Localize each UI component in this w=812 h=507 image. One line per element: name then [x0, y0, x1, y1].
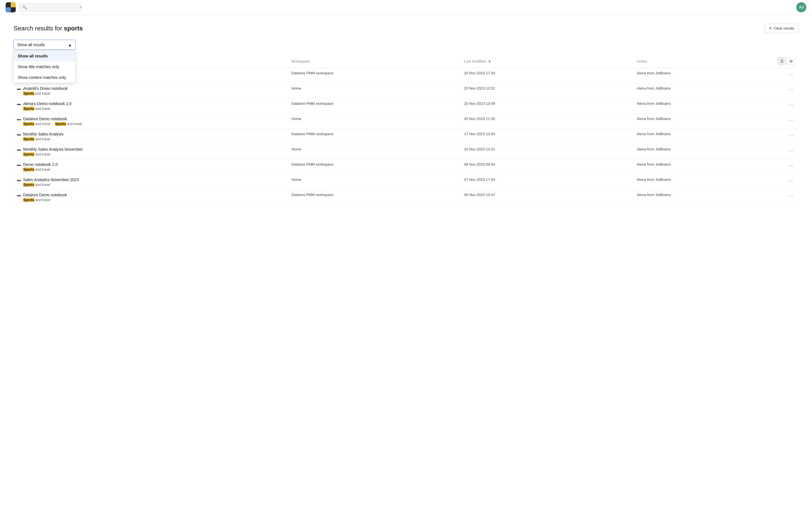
- notebook-title[interactable]: Alena's Demo notebook 2.0: [23, 101, 71, 106]
- cell-name: ▬ Sales Analytics November 2023 Sports a…: [13, 175, 288, 190]
- cell-actions: ···: [774, 175, 799, 190]
- cell-workspace: Home: [288, 144, 461, 159]
- table-row: ▬ Datalore Demo notebook Sports and trav…: [13, 114, 799, 129]
- notebook-icon: ▬: [17, 177, 21, 182]
- avatar[interactable]: AJ: [796, 2, 806, 12]
- table-row: ▬ Demo notebook 2.0 Sports and travel Da…: [13, 159, 799, 175]
- main-content: Search results for sports ✕ Clear result…: [0, 15, 812, 214]
- clear-results-button[interactable]: ✕ Clear results: [765, 24, 799, 33]
- notebook-title[interactable]: Demo notebook 2.0: [23, 162, 57, 167]
- sort-arrow-icon: ▼: [488, 60, 491, 63]
- more-options-button[interactable]: ···: [788, 193, 795, 200]
- more-options-button[interactable]: ···: [788, 162, 795, 169]
- cell-modified: 10 Nov 2023 14:31: [461, 144, 633, 159]
- search-clear-button[interactable]: ×: [80, 5, 82, 9]
- result-snippet: Sports and travel: [17, 137, 285, 141]
- cell-actions: ···: [774, 68, 799, 83]
- grid-view-button[interactable]: ⊞: [787, 57, 795, 65]
- notebook-icon: ▬: [17, 86, 21, 91]
- cell-modified: 20 Nov 2023 17:34: [461, 68, 633, 83]
- col-header-author: Author: [633, 54, 774, 68]
- cell-name: ▬ Datalore Demo notebook Sports and trav…: [13, 190, 288, 205]
- table-row: ▬ Datalore Demo notebook Sports and trav…: [13, 190, 799, 205]
- cell-actions: ···: [774, 190, 799, 205]
- cell-author: Alena from JetBrains: [633, 175, 774, 190]
- app-logo[interactable]: [6, 2, 16, 12]
- cell-name: ▬ Monthly Sales Analysis November Sports…: [13, 144, 288, 159]
- cell-workspace: Datalore PMM workspace: [288, 190, 461, 205]
- table-row: ▬ Anatolii's Dmeo notebook Sports and tr…: [13, 83, 799, 99]
- cell-workspace: Datalore PMM workspace: [288, 99, 461, 114]
- cell-author: Alena from JetBrains: [633, 190, 774, 205]
- notebook-icon: ▬: [17, 117, 21, 121]
- topbar: 🔍 sports × AJ: [0, 0, 812, 15]
- result-snippet: Sports and travel: [17, 92, 285, 96]
- cell-workspace: Datalore PMM workspace: [288, 129, 461, 144]
- search-input[interactable]: sports: [29, 5, 78, 10]
- notebook-title[interactable]: Sales Analytics November 2023: [23, 177, 79, 182]
- search-bar: 🔍 sports ×: [19, 3, 81, 11]
- cell-workspace: Datalore PMM workspace: [288, 68, 461, 83]
- cell-name: ▬ Anatolii's Dmeo notebook Sports and tr…: [13, 83, 288, 99]
- filter-option-title[interactable]: Show title matches only: [14, 61, 75, 72]
- table-header-row: Name Workspace Last modified ▼ Author ☰: [13, 54, 799, 68]
- notebook-title[interactable]: Monthly Sales Analysis: [23, 132, 63, 136]
- filter-option-content[interactable]: Show content matches only: [14, 72, 75, 83]
- more-options-button[interactable]: ···: [788, 101, 795, 108]
- cell-name: ▬ Monthly Sales Analysis Sports and trav…: [13, 129, 288, 144]
- cell-workspace: Home: [288, 83, 461, 99]
- filter-container: Show all results ▲ Show all results Show…: [13, 40, 75, 50]
- cell-author: Alena from JetBrains: [633, 114, 774, 129]
- cell-workspace: Home: [288, 114, 461, 129]
- result-snippet: Sports and travel: [17, 168, 285, 172]
- filter-option-all[interactable]: Show all results: [14, 51, 75, 61]
- cell-modified: 07 Nov 2023 17:54: [461, 175, 633, 190]
- cell-modified: 17 Nov 2023 13:50: [461, 129, 633, 144]
- cell-modified: 20 Nov 2023 13:09: [461, 99, 633, 114]
- col-header-modified[interactable]: Last modified ▼: [461, 54, 633, 68]
- cell-actions: ···: [774, 144, 799, 159]
- col-header-actions: ☰ ⊞: [774, 54, 799, 68]
- more-options-button[interactable]: ···: [788, 86, 795, 93]
- table-row: ▬ Sales Analytics November 2023 Sports a…: [13, 175, 799, 190]
- result-snippet: Sports and travel: [17, 183, 285, 187]
- result-snippet: Sports and travel: [17, 198, 285, 202]
- cell-author: Alena from JetBrains: [633, 99, 774, 114]
- filter-dropdown-button[interactable]: Show all results ▲: [13, 40, 75, 50]
- more-options-button[interactable]: ···: [788, 147, 795, 154]
- cell-workspace: Home: [288, 175, 461, 190]
- more-options-button[interactable]: ···: [788, 117, 795, 124]
- cell-author: Alena from JetBrains: [633, 144, 774, 159]
- cell-name: ▬ Demo notebook 2.0 Sports and travel: [13, 159, 288, 175]
- table-row: ▬ Monthly Sales Analysis Sports and trav…: [13, 129, 799, 144]
- cell-modified: 20 Nov 2023 13:52: [461, 83, 633, 99]
- page-header: Search results for sports ✕ Clear result…: [13, 24, 799, 33]
- notebook-title[interactable]: Datalore Demo notebook: [23, 193, 67, 197]
- result-snippet: Sports and travel ... Sports and travel: [17, 122, 285, 126]
- cell-actions: ···: [774, 129, 799, 144]
- cell-author: Alena from JetBrains: [633, 129, 774, 144]
- more-options-button[interactable]: ···: [788, 71, 795, 78]
- cell-actions: ···: [774, 99, 799, 114]
- cell-author: Alena from JetBrains: [633, 83, 774, 99]
- notebook-title[interactable]: Datalore Demo notebook: [23, 117, 67, 121]
- search-icon: 🔍: [22, 5, 27, 9]
- cell-actions: ···: [774, 114, 799, 129]
- cell-actions: ···: [774, 159, 799, 175]
- more-options-button[interactable]: ···: [788, 132, 795, 139]
- cell-modified: 06 Nov 2023 10:47: [461, 190, 633, 205]
- filter-dropdown-menu: Show all results Show title matches only…: [13, 50, 75, 83]
- topbar-left: 🔍 sports ×: [6, 2, 81, 12]
- notebook-icon: ▬: [17, 193, 21, 197]
- more-options-button[interactable]: ···: [788, 177, 795, 184]
- cell-author: Alena from JetBrains: [633, 159, 774, 175]
- cell-modified: 20 Nov 2023 11:55: [461, 114, 633, 129]
- results-table: Name Workspace Last modified ▼ Author ☰: [13, 54, 799, 205]
- notebook-title[interactable]: Monthly Sales Analysis November: [23, 147, 83, 152]
- result-snippet: Sports and travel: [17, 152, 285, 156]
- table-row: ▬ Alena's Demo notebook 2.0 Sports and t…: [13, 99, 799, 114]
- notebook-icon: ▬: [17, 162, 21, 167]
- notebook-title[interactable]: Anatolii's Dmeo notebook: [23, 86, 68, 91]
- cell-name: ▬ Datalore Demo notebook Sports and trav…: [13, 114, 288, 129]
- list-view-button[interactable]: ☰: [778, 57, 786, 65]
